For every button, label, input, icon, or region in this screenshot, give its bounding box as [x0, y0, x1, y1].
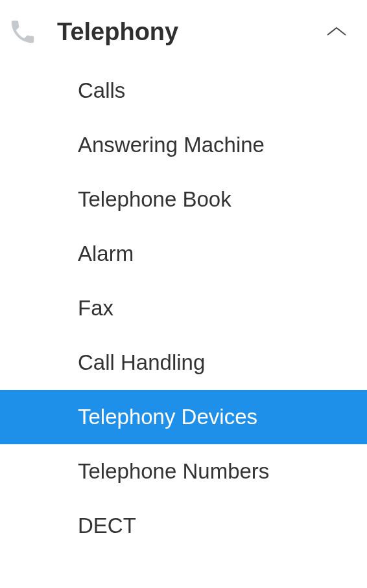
nav-header-telephony[interactable]: Telephony — [0, 0, 367, 63]
phone-icon — [6, 16, 39, 48]
nav-item-calls[interactable]: Calls — [0, 63, 367, 118]
nav-item-fax[interactable]: Fax — [0, 281, 367, 335]
nav-item-alarm[interactable]: Alarm — [0, 227, 367, 281]
nav-item-call-handling[interactable]: Call Handling — [0, 335, 367, 390]
nav-items-list: Calls Answering Machine Telephone Book A… — [0, 63, 367, 553]
nav-item-answering-machine[interactable]: Answering Machine — [0, 118, 367, 172]
nav-title: Telephony — [57, 18, 326, 46]
nav-item-dect[interactable]: DECT — [0, 499, 367, 553]
chevron-up-icon — [326, 25, 348, 38]
nav-item-telephone-numbers[interactable]: Telephone Numbers — [0, 444, 367, 499]
nav-item-telephone-book[interactable]: Telephone Book — [0, 172, 367, 227]
nav-item-telephony-devices[interactable]: Telephony Devices — [0, 390, 367, 444]
